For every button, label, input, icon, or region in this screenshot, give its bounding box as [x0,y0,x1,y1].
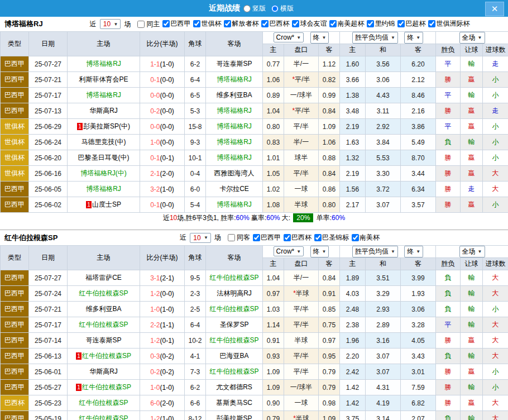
near-count-select-2[interactable]: 10 ▼ [190,233,211,243]
league-filter[interactable]: 巴西甲 [162,19,190,28]
league-filter[interactable]: 巴超杯 [397,19,425,28]
home-team-name[interactable]: 红牛伯拉根森SP [82,352,131,360]
away-team-name[interactable]: 圣保罗SP [219,321,248,328]
away-team-name[interactable]: 巴海亚BA [219,352,248,360]
bookmaker-select[interactable]: Crow*▼ [274,246,304,256]
home-team-name[interactable]: 哥连泰斯SP [85,336,121,344]
league-filter-checkbox[interactable] [284,234,291,241]
recent-results-panel: 近期战绩 竖版 横版 ✕ 博塔福格RJ 近 10 ▼ 场 [0,0,508,420]
radio-vertical-input[interactable] [243,5,251,12]
league-filter-checkbox[interactable] [224,20,231,27]
away-team-name[interactable]: 彭美拉斯SP [216,414,252,420]
league-filter[interactable]: 解放者杯 [224,19,258,28]
home-team-name[interactable]: 红牛伯拉根森SP [79,399,128,407]
handicap-value: 一/球半 [290,91,312,99]
same-home-checkbox[interactable] [137,21,145,28]
home-team-name[interactable]: 利斯菲体育会PE [79,75,128,83]
home-team-name[interactable]: 博塔福格RJ [86,185,121,193]
away-team-name[interactable]: 西雅图海湾人 [214,169,255,177]
away-team-name[interactable]: 博塔福格RJ [217,107,252,114]
home-team-name[interactable]: 维多利亚BA [85,305,121,313]
home-team-name[interactable]: 彭美拉斯SP(中) [83,122,130,130]
fulltime-select[interactable]: 全场▼ [459,246,485,257]
home-team-name[interactable]: 巴黎圣日耳曼(中) [78,154,130,161]
home-team-name[interactable]: 山度士SP [92,201,121,208]
home-team-name[interactable]: 红牛伯拉根森SP [79,414,128,420]
league-filter[interactable]: 巴西甲 [253,233,281,242]
away-team-name[interactable]: 红牛伯拉根森SP [209,336,258,344]
wdl-final-select[interactable]: 终▼ [404,32,423,44]
same-home-filter[interactable]: 同主 [137,20,160,29]
close-button[interactable]: ✕ [485,2,504,16]
home-team-name[interactable]: 博塔福格RJ [86,91,121,99]
radio-vertical-layout[interactable]: 竖版 [243,4,266,13]
cell-score: 1-2(0-1) [140,333,185,349]
league-filter[interactable]: 球会友谊 [292,19,327,28]
league-filter-checkbox[interactable] [329,20,337,27]
fulltime-select[interactable]: 全场▼ [459,32,485,44]
away-team-name[interactable]: 博塔福格RJ [217,154,252,161]
home-team-name[interactable]: 红牛伯拉根森SP [82,383,131,391]
league-filter-checkbox[interactable] [162,20,170,27]
league-filter[interactable]: 巴圣锦标 [314,233,349,242]
away-team-name[interactable]: 哥连泰斯SP [216,60,252,68]
score-full: 0-1 [150,154,160,162]
league-filter[interactable]: 里约锦 [367,19,395,28]
subcol-odds-away: 客 [319,44,340,56]
wdl-final-select[interactable]: 终▼ [404,246,423,257]
away-team-name[interactable]: 红牛伯拉根森SP [209,274,258,281]
league-filter-checkbox[interactable] [352,234,359,241]
handicap-final-select[interactable]: 终▼ [310,32,329,44]
away-team-name[interactable]: 尤文都德RS [216,383,252,391]
away-team-name[interactable]: 博塔福格RJ [217,201,252,208]
same-away-filter[interactable]: 同客 [228,233,250,242]
home-team-name[interactable]: 马德里竞技(中) [82,138,126,146]
away-team-name[interactable]: 红牛伯拉根森SP [209,367,258,375]
league-filter[interactable]: 世俱洲际杯 [428,19,469,28]
handicap-final-select[interactable]: 终▼ [310,246,329,257]
subcol-odds-away: 客 [319,258,340,270]
home-team-name[interactable]: 福塔雷萨CE [85,274,122,281]
same-away-checkbox[interactable] [228,234,235,241]
league-filter-checkbox[interactable] [261,20,269,27]
league-filter-checkbox[interactable] [367,20,374,27]
league-filter[interactable]: 巴西杯 [261,19,289,28]
wdl-mean-select[interactable]: 胜平负均值▼ [352,32,398,44]
bookmaker-select[interactable]: Crow*▼ [274,32,304,42]
away-team-name[interactable]: 博塔福格RJ [217,75,252,83]
league-filter-checkbox[interactable] [397,20,405,27]
league-filter-label: 巴圣锦标 [322,233,349,242]
league-filter[interactable]: 世俱杯 [193,19,221,28]
radio-horizontal-input[interactable] [271,5,279,12]
home-team-name[interactable]: 华斯高RJ [89,107,118,114]
radio-horizontal-layout[interactable]: 横版 [271,4,294,13]
cell-away: 巴海亚BA [206,349,263,364]
near-count-select-1[interactable]: 10 ▼ [100,19,121,29]
home-team-name[interactable]: 华斯高RJ [89,367,118,375]
home-team-name[interactable]: 博塔福格RJ(中) [80,169,127,177]
home-team-name[interactable]: 博塔福格RJ [86,60,121,68]
home-team-name[interactable]: 红牛伯拉根森SP [79,289,128,297]
away-team-name[interactable]: 卡尔拉CE [219,185,249,193]
odds-away: 0.79 [319,364,340,380]
wdl-mean-select[interactable]: 胜平负均值▼ [352,246,398,257]
away-team-name[interactable]: 维多利亚BA [216,91,252,99]
league-filter-checkbox[interactable] [292,20,299,27]
away-team-name[interactable]: 博塔福格RJ [217,122,252,130]
league-filter[interactable]: 南美超杯 [329,19,364,28]
away-team-name[interactable]: 红牛伯拉根森SP [209,305,258,313]
odds-away: 0.99 [319,88,340,103]
away-team-name[interactable]: 基斯奥马SC [216,399,252,407]
league-filter-checkbox[interactable] [428,20,435,27]
table-row: 巴西甲 25-07-21 维多利亚BA 1-0(1-0) 2-5 红牛伯拉根森S… [1,302,508,317]
cell-handicap: 平/半 [284,317,319,333]
league-filter[interactable]: 巴西杯 [284,233,311,242]
league-filter-checkbox[interactable] [253,234,260,241]
away-team-name[interactable]: 博塔福格RJ [217,138,252,146]
league-filter[interactable]: 南美杯 [352,233,380,242]
league-filter-checkbox[interactable] [193,20,200,27]
league-filter-checkbox[interactable] [314,234,322,241]
home-team-name[interactable]: 红牛伯拉根森SP [79,321,128,328]
mean-home: 1.32 [340,150,366,166]
away-team-name[interactable]: 法林明高RJ [217,289,252,297]
